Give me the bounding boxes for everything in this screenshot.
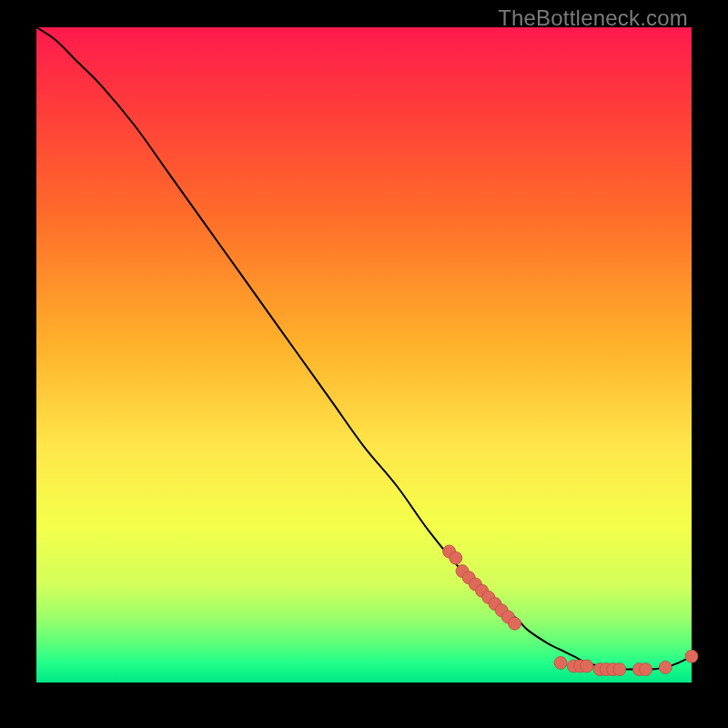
- data-marker: [450, 551, 462, 564]
- data-marker: [685, 650, 698, 662]
- plot-area: [36, 27, 692, 682]
- chart-frame: TheBottleneck.com: [0, 0, 728, 728]
- data-marker: [613, 663, 626, 676]
- data-marker: [554, 656, 567, 669]
- data-marker: [581, 660, 593, 672]
- data-marker: [640, 663, 652, 676]
- chart-svg: [36, 27, 692, 682]
- curve-line: [36, 27, 692, 670]
- mid-slope-markers: [443, 545, 521, 630]
- data-marker: [509, 617, 521, 630]
- data-marker: [659, 661, 672, 673]
